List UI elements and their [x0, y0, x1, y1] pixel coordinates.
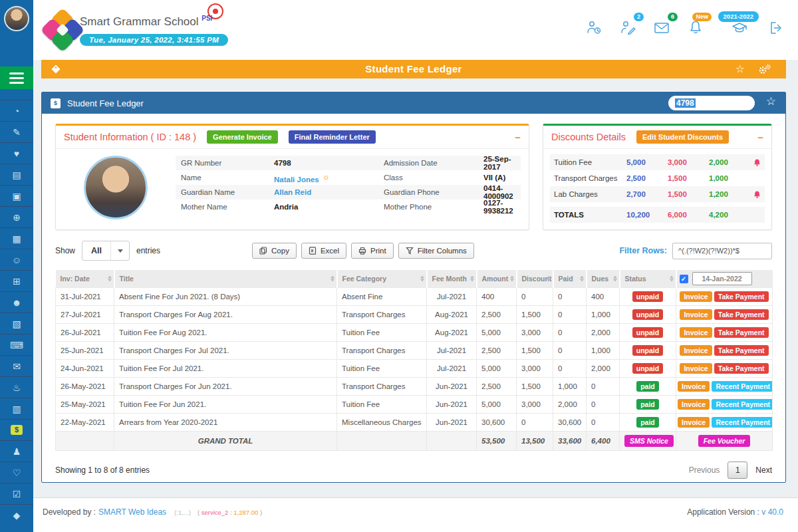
- sidebar-item-income[interactable]: ✉: [0, 355, 33, 376]
- entries-label: entries: [136, 246, 160, 255]
- previous-page-button[interactable]: Previous: [689, 466, 720, 475]
- final-reminder-button[interactable]: Final Reminder Letter: [289, 130, 376, 144]
- sidebar-item-health[interactable]: ♥: [0, 142, 33, 164]
- filter-columns-button[interactable]: Filter Columns: [398, 243, 474, 259]
- print-button[interactable]: Print: [351, 243, 394, 259]
- filter-rows-input[interactable]: [672, 243, 772, 259]
- page-number-button[interactable]: 1: [728, 462, 747, 479]
- fee-title-link[interactable]: Transport Charges For Jun 2021.: [114, 378, 337, 396]
- fee-title-link[interactable]: Tuition Fee For Jul 2021.: [114, 360, 337, 378]
- gr-search-input[interactable]: 4798: [668, 96, 755, 110]
- excel-button[interactable]: Excel: [301, 243, 346, 259]
- discount-value: 3,000: [668, 158, 709, 166]
- logout-button[interactable]: [769, 20, 785, 36]
- collapse-card-button[interactable]: −: [515, 132, 521, 142]
- bell-icon[interactable]: [750, 190, 761, 199]
- column-header-title[interactable]: Title: [114, 270, 337, 288]
- invoice-button[interactable]: Invoice: [678, 399, 710, 410]
- fee-title-link[interactable]: Absent Fine For Jun 2021. (8 Days): [114, 288, 337, 306]
- mother-phone-label: Mother Phone: [384, 203, 483, 211]
- sidebar-item-events[interactable]: ♨: [0, 376, 33, 398]
- panel-star-icon[interactable]: ☆: [766, 94, 776, 108]
- sidebar-item-certificates[interactable]: ♡: [0, 462, 33, 483]
- edit-discounts-button[interactable]: Edit Student Discounts: [636, 130, 729, 144]
- take-payment-button[interactable]: Take Payment: [714, 309, 769, 320]
- invoice-button[interactable]: Invoice: [678, 417, 710, 428]
- column-header-paid[interactable]: Paid: [553, 270, 587, 288]
- take-payment-button[interactable]: Take Payment: [714, 327, 769, 338]
- session-button[interactable]: 2021-2022: [731, 20, 748, 35]
- paid-cell: 0: [553, 342, 587, 360]
- sidebar-item-id-card[interactable]: ▣: [0, 185, 33, 206]
- invoice-button[interactable]: Invoice: [678, 381, 710, 392]
- fee-month-cell: Jul-2021: [427, 360, 477, 378]
- fee-title-link[interactable]: Transport Charges For Jul 2021.: [114, 342, 337, 360]
- sidebar-item-courses[interactable]: ◆: [0, 504, 33, 525]
- column-header-status[interactable]: Status: [620, 270, 676, 288]
- sidebar-item-web-portal[interactable]: ⊕: [0, 206, 33, 227]
- date-filter-input[interactable]: 14-Jan-2022: [692, 272, 752, 285]
- messages-button[interactable]: 6: [654, 20, 670, 35]
- sidebar-item-fee-ledger[interactable]: $: [0, 419, 33, 440]
- collapse-card-button[interactable]: −: [757, 132, 763, 142]
- column-header-dues[interactable]: Dues: [587, 270, 620, 288]
- sidebar-item-exams[interactable]: ▦: [0, 227, 33, 249]
- discount-net: 1,200: [709, 190, 750, 198]
- column-header-discount[interactable]: Discount: [517, 270, 553, 288]
- column-header-amount[interactable]: Amount: [477, 270, 517, 288]
- invoice-button[interactable]: Invoice: [680, 291, 712, 302]
- bell-icon[interactable]: [750, 158, 761, 167]
- take-payment-button[interactable]: Take Payment: [714, 363, 769, 374]
- favorite-star-icon[interactable]: ☆: [735, 63, 745, 75]
- sidebar-item-calendar[interactable]: ⊞: [0, 270, 33, 291]
- notifications-button[interactable]: New: [688, 20, 704, 35]
- invoice-button[interactable]: Invoice: [680, 309, 712, 320]
- sidebar-item-library[interactable]: ▥: [0, 398, 33, 419]
- column-header-fee-month[interactable]: Fee Month: [427, 270, 477, 288]
- next-page-button[interactable]: Next: [755, 466, 772, 475]
- generate-invoice-button[interactable]: Generate Invoice: [207, 130, 278, 144]
- recent-payment-button[interactable]: Recent Payment: [712, 417, 772, 428]
- sms-notice-button[interactable]: SMS Notice: [624, 435, 674, 447]
- invoice-button[interactable]: Invoice: [680, 327, 712, 338]
- student-name-link[interactable]: Natali Jones☼: [274, 172, 384, 184]
- online-class-icon: ⌨: [10, 340, 23, 350]
- status-badge: unpaid: [632, 345, 663, 356]
- recent-payment-button[interactable]: Recent Payment: [712, 399, 772, 410]
- fee-voucher-button[interactable]: Fee Voucher: [698, 435, 751, 447]
- sidebar-item-gallery[interactable]: ▧: [0, 313, 33, 334]
- menu-toggle-button[interactable]: [0, 66, 33, 89]
- sidebar-item-staff[interactable]: ☻: [0, 291, 33, 313]
- fee-title-link[interactable]: Arrears from Year 2020-2021: [114, 414, 337, 432]
- enquiry-button[interactable]: 2: [620, 20, 636, 35]
- column-header-inv-date[interactable]: Inv: Date: [56, 270, 114, 288]
- take-payment-button[interactable]: Take Payment: [714, 345, 769, 356]
- sidebar-item-dashboard[interactable]: ◔: [0, 100, 33, 121]
- fee-title-link[interactable]: Tuition Fee For Jun 2021.: [114, 396, 337, 414]
- user-avatar[interactable]: [4, 6, 29, 31]
- fee-title-link[interactable]: Tuition Fee For Aug 2021.: [114, 324, 337, 342]
- recent-payment-button[interactable]: Recent Payment: [712, 381, 772, 392]
- sidebar-item-students[interactable]: ☺: [0, 249, 33, 270]
- sidebar-item-online-class[interactable]: ⌨: [0, 334, 33, 355]
- courses-icon: ◆: [13, 511, 21, 520]
- invoice-button[interactable]: Invoice: [680, 345, 712, 356]
- take-payment-button[interactable]: Take Payment: [714, 291, 769, 302]
- sidebar-item-tasks[interactable]: ☑: [0, 483, 33, 504]
- visitor-log-button[interactable]: [586, 20, 602, 35]
- developer-link[interactable]: SMART Web Ideas: [98, 507, 166, 517]
- admission-date-value: 25-Sep-2017: [483, 155, 515, 171]
- date-filter-checkbox[interactable]: ✓: [680, 275, 688, 283]
- sidebar-item-alumni[interactable]: ♟: [0, 440, 33, 462]
- copy-button[interactable]: Copy: [252, 243, 297, 259]
- entries-select[interactable]: All: [82, 241, 130, 261]
- student-photo: [84, 156, 148, 219]
- invoice-button[interactable]: Invoice: [680, 363, 712, 374]
- status-badge: unpaid: [632, 291, 663, 302]
- guardian-name-link[interactable]: Allan Reid: [274, 188, 384, 196]
- settings-gears-icon[interactable]: [758, 64, 771, 78]
- sidebar-item-admissions[interactable]: ✎: [0, 121, 33, 142]
- column-header-fee-category[interactable]: Fee Category: [337, 270, 427, 288]
- sidebar-item-fee-card[interactable]: ▤: [0, 164, 33, 185]
- fee-title-link[interactable]: Transport Charges For Aug 2021.: [114, 306, 337, 324]
